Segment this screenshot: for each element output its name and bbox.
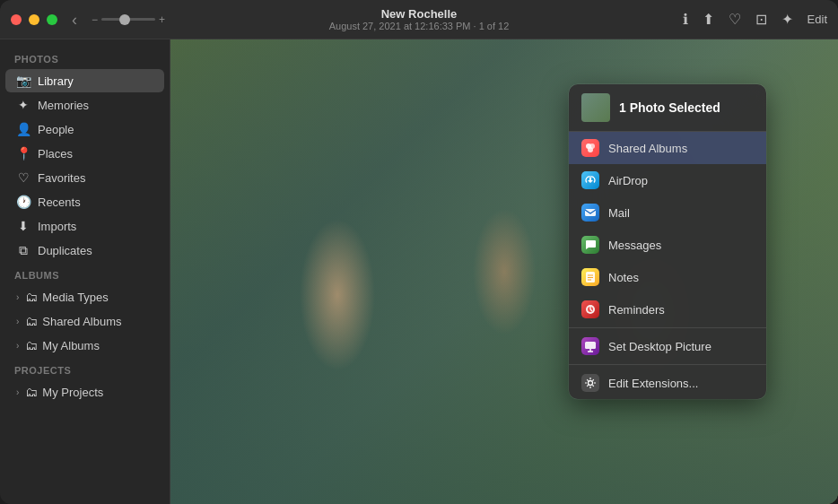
places-icon: 📍 bbox=[16, 146, 31, 161]
sidebar-item-label-recents: Recents bbox=[38, 196, 81, 209]
sidebar-item-label-duplicates: Duplicates bbox=[38, 244, 92, 257]
mail-dropdown-icon bbox=[581, 204, 599, 222]
dropdown-item-mail[interactable]: Mail bbox=[569, 196, 766, 229]
dropdown-item-notes[interactable]: Notes bbox=[569, 261, 766, 293]
sidebar-item-recents[interactable]: 🕐 Recents bbox=[5, 190, 164, 213]
traffic-lights bbox=[11, 14, 57, 25]
slider-track[interactable] bbox=[101, 18, 155, 21]
my-projects-icon: 🗂 bbox=[24, 385, 39, 399]
sidebar-item-label-places: Places bbox=[38, 147, 73, 161]
info-icon[interactable]: ℹ bbox=[683, 11, 688, 28]
dropdown-item-reminders[interactable]: Reminders bbox=[569, 293, 766, 326]
titlebar-actions: ℹ ⬆ ♡ ⊡ ✦ Edit bbox=[683, 11, 827, 28]
dropdown-label-notes: Notes bbox=[608, 271, 639, 284]
sidebar-item-label-my-projects: My Projects bbox=[42, 386, 103, 399]
photo-thumbnail bbox=[581, 93, 610, 122]
svg-point-2 bbox=[588, 147, 593, 152]
app-window: ‹ − + New Rochelle August 27, 2021 at 12… bbox=[0, 0, 838, 504]
back-button[interactable]: ‹ bbox=[72, 12, 77, 28]
shared-albums-icon: 🗂 bbox=[24, 314, 39, 328]
sidebar-item-imports[interactable]: ⬇ Imports bbox=[5, 214, 164, 238]
sidebar-item-memories[interactable]: ✦ Memories bbox=[5, 93, 164, 117]
crop-icon[interactable]: ⊡ bbox=[755, 11, 767, 28]
sidebar-item-favorites[interactable]: ♡ Favorites bbox=[5, 166, 164, 189]
dropdown-item-edit-extensions[interactable]: Edit Extensions... bbox=[569, 367, 766, 399]
projects-section-label: Projects bbox=[0, 358, 170, 379]
chevron-icon-4: › bbox=[16, 387, 19, 397]
photo-area[interactable]: 1 Photo Selected Shared Albums bbox=[170, 39, 838, 504]
dropdown-label-shared-albums: Shared Albums bbox=[608, 142, 687, 155]
dropdown-divider bbox=[569, 327, 766, 328]
sidebar-item-my-projects[interactable]: › 🗂 My Projects bbox=[5, 380, 164, 404]
dropdown-item-shared-albums[interactable]: Shared Albums bbox=[569, 132, 766, 164]
library-icon: 📷 bbox=[16, 74, 31, 88]
zoom-minus-icon: − bbox=[92, 13, 98, 26]
media-types-icon: 🗂 bbox=[24, 290, 39, 304]
imports-icon: ⬇ bbox=[16, 219, 31, 233]
dropdown-label-reminders: Reminders bbox=[608, 303, 665, 317]
sidebar-item-library[interactable]: 📷 Library bbox=[5, 69, 164, 92]
svg-rect-3 bbox=[585, 209, 596, 216]
sidebar-item-places[interactable]: 📍 Places bbox=[5, 142, 164, 165]
zoom-plus-icon: + bbox=[159, 13, 165, 26]
dropdown-label-edit-extensions: Edit Extensions... bbox=[608, 377, 698, 390]
messages-dropdown-icon bbox=[581, 236, 599, 254]
share-icon[interactable]: ⬆ bbox=[703, 11, 714, 28]
people-icon: 👤 bbox=[16, 122, 31, 136]
close-button[interactable] bbox=[11, 14, 22, 25]
minimize-button[interactable] bbox=[29, 14, 39, 25]
maximize-button[interactable] bbox=[47, 14, 57, 25]
chevron-icon: › bbox=[16, 292, 19, 302]
memories-icon: ✦ bbox=[16, 98, 31, 112]
sidebar-item-duplicates[interactable]: ⧉ Duplicates bbox=[5, 239, 164, 262]
nav-controls: ‹ − + bbox=[72, 12, 165, 28]
sidebar-item-people[interactable]: 👤 People bbox=[5, 117, 164, 141]
photo-title: New Rochelle bbox=[329, 7, 510, 21]
my-albums-icon: 🗂 bbox=[24, 338, 39, 352]
dropdown-label-airdrop: AirDrop bbox=[608, 174, 648, 187]
svg-rect-12 bbox=[585, 342, 596, 349]
sidebar-item-media-types[interactable]: › 🗂 Media Types bbox=[5, 285, 164, 308]
svg-point-15 bbox=[589, 381, 593, 386]
sidebar-item-my-albums[interactable]: › 🗂 My Albums bbox=[5, 334, 164, 357]
notes-dropdown-icon bbox=[581, 268, 599, 286]
photo-thumb-inner bbox=[581, 93, 610, 122]
edit-button[interactable]: Edit bbox=[807, 13, 827, 26]
shared-albums-dropdown-icon bbox=[581, 139, 599, 157]
sidebar-item-label-my-albums: My Albums bbox=[42, 339, 100, 352]
favorites-icon: ♡ bbox=[16, 170, 31, 185]
dropdown-item-messages[interactable]: Messages bbox=[569, 229, 766, 261]
sidebar-item-label-shared-albums: Shared Albums bbox=[42, 315, 121, 328]
sidebar-item-label-imports: Imports bbox=[38, 220, 76, 233]
albums-section-label: Albums bbox=[0, 263, 170, 284]
main-content: Photos 📷 Library ✦ Memories 👤 People 📍 P… bbox=[0, 39, 838, 504]
titlebar: ‹ − + New Rochelle August 27, 2021 at 12… bbox=[0, 0, 838, 39]
dropdown-item-airdrop[interactable]: AirDrop bbox=[569, 164, 766, 196]
magic-icon[interactable]: ✦ bbox=[781, 11, 793, 28]
recents-icon: 🕐 bbox=[16, 195, 31, 209]
set-desktop-dropdown-icon bbox=[581, 337, 599, 355]
heart-icon[interactable]: ♡ bbox=[729, 11, 741, 28]
sidebar-item-label-memories: Memories bbox=[38, 99, 89, 112]
photos-section-label: Photos bbox=[0, 47, 170, 68]
chevron-icon-2: › bbox=[16, 317, 19, 326]
sidebar-item-label-favorites: Favorites bbox=[38, 171, 85, 185]
slider-thumb[interactable] bbox=[119, 14, 130, 25]
chevron-icon-3: › bbox=[16, 341, 19, 351]
sidebar-item-label-people: People bbox=[38, 123, 74, 136]
dropdown-divider-2 bbox=[569, 364, 766, 365]
dropdown-label-mail: Mail bbox=[608, 206, 630, 220]
sidebar-item-label-library: Library bbox=[38, 74, 74, 88]
dropdown-header-text: 1 Photo Selected bbox=[619, 100, 720, 115]
dropdown-item-set-desktop[interactable]: Set Desktop Picture bbox=[569, 330, 766, 362]
zoom-slider[interactable]: − + bbox=[92, 13, 165, 26]
share-dropdown-menu: 1 Photo Selected Shared Albums bbox=[569, 84, 766, 399]
sidebar: Photos 📷 Library ✦ Memories 👤 People 📍 P… bbox=[0, 39, 170, 504]
edit-extensions-dropdown-icon bbox=[581, 374, 599, 392]
reminders-dropdown-icon bbox=[581, 300, 599, 318]
airdrop-dropdown-icon bbox=[581, 171, 599, 189]
photo-subtitle: August 27, 2021 at 12:16:33 PM · 1 of 12 bbox=[329, 21, 510, 31]
dropdown-label-messages: Messages bbox=[608, 239, 661, 252]
sidebar-item-shared-albums[interactable]: › 🗂 Shared Albums bbox=[5, 309, 164, 333]
dropdown-label-set-desktop: Set Desktop Picture bbox=[608, 340, 711, 353]
